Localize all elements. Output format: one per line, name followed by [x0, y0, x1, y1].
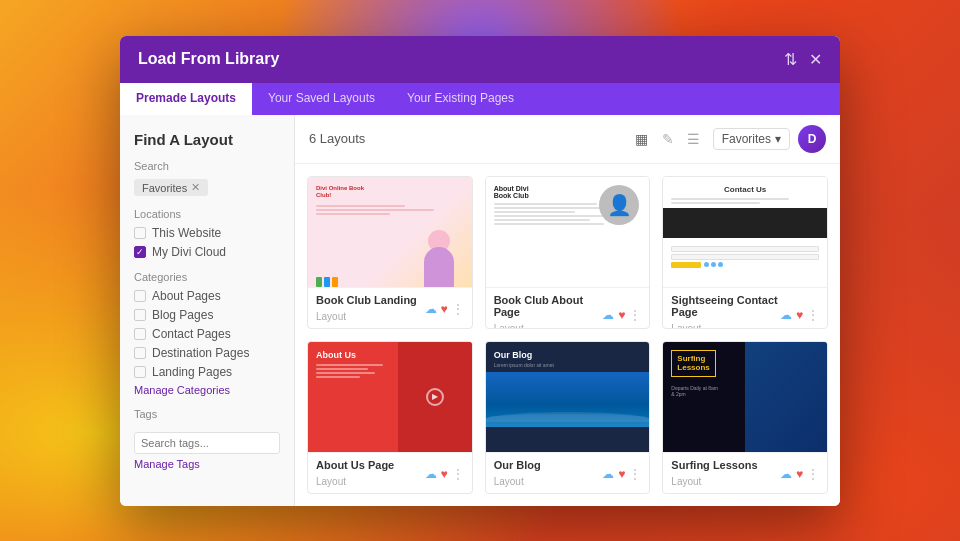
checkbox-blog-pages[interactable] — [134, 309, 146, 321]
modal-body: Find A Layout Search Favorites ✕ Locatio… — [120, 115, 840, 506]
heart-icon[interactable]: ♥ — [618, 467, 625, 481]
layout-card-footer: Our Blog Layout ☁ ♥ ⋮ — [486, 452, 650, 494]
close-icon[interactable]: ✕ — [809, 50, 822, 69]
location-this-website[interactable]: This Website — [134, 226, 280, 240]
heart-icon[interactable]: ♥ — [618, 308, 625, 322]
layout-thumb-sightseeing-contact: Contact Us — [663, 177, 827, 287]
cloud-icon[interactable]: ☁ — [425, 302, 437, 316]
grid-view-icon[interactable]: ▦ — [631, 128, 653, 150]
modal-header: Load From Library ⇅ ✕ — [120, 36, 840, 83]
checkbox-landing-pages[interactable] — [134, 366, 146, 378]
cloud-icon[interactable]: ☁ — [425, 467, 437, 481]
tab-premade-layouts[interactable]: Premade Layouts — [120, 83, 252, 115]
layout-card-book-club-about[interactable]: 👤 About DiviBook Club — [485, 176, 651, 329]
manage-categories-link[interactable]: Manage Categories — [134, 384, 280, 396]
category-about-pages[interactable]: About Pages — [134, 289, 280, 303]
card-actions: ☁ ♥ ⋮ — [425, 467, 464, 481]
card-actions: ☁ ♥ ⋮ — [602, 467, 641, 481]
tags-input[interactable] — [134, 432, 280, 454]
layouts-grid: Divi Online BookClub! — [295, 164, 840, 506]
more-icon[interactable]: ⋮ — [807, 467, 819, 481]
cloud-icon[interactable]: ☁ — [780, 308, 792, 322]
heart-icon[interactable]: ♥ — [441, 467, 448, 481]
card-actions: ☁ ♥ ⋮ — [425, 302, 464, 316]
more-icon[interactable]: ⋮ — [807, 308, 819, 322]
layout-card-book-club-landing[interactable]: Divi Online BookClub! — [307, 176, 473, 329]
category-landing-pages[interactable]: Landing Pages — [134, 365, 280, 379]
layout-card-footer: About Us Page Layout ☁ ♥ ⋮ — [308, 452, 472, 494]
main-toolbar: 6 Layouts ▦ ✎ ☰ Favorites ▾ D — [295, 115, 840, 164]
card-actions: ☁ ♥ ⋮ — [780, 467, 819, 481]
search-tag-remove[interactable]: ✕ — [191, 181, 200, 194]
checkbox-my-divi-cloud[interactable]: ✓ — [134, 246, 146, 258]
manage-tags-link[interactable]: Manage Tags — [134, 458, 280, 470]
tags-label: Tags — [134, 408, 280, 420]
layout-card-footer: Book Club Landing Layout ☁ ♥ ⋮ — [308, 287, 472, 329]
checkbox-this-website[interactable] — [134, 227, 146, 239]
cloud-icon[interactable]: ☁ — [602, 467, 614, 481]
modal-title: Load From Library — [138, 50, 279, 68]
list-view-icon[interactable]: ☰ — [683, 128, 705, 150]
more-icon[interactable]: ⋮ — [452, 302, 464, 316]
more-icon[interactable]: ⋮ — [452, 467, 464, 481]
more-icon[interactable]: ⋮ — [629, 308, 641, 322]
layout-card-sightseeing-contact[interactable]: Contact Us — [662, 176, 828, 329]
checkbox-destination-pages[interactable] — [134, 347, 146, 359]
layout-card-about-us[interactable]: About Us ▶ — [307, 341, 473, 494]
main-panel: 6 Layouts ▦ ✎ ☰ Favorites ▾ D — [295, 115, 840, 506]
settings-icon[interactable]: ⇅ — [784, 50, 797, 69]
categories-label: Categories — [134, 271, 280, 283]
cloud-icon[interactable]: ☁ — [602, 308, 614, 322]
layout-card-footer: Book Club About Page Layout ☁ ♥ ⋮ — [486, 287, 650, 329]
checkbox-about-pages[interactable] — [134, 290, 146, 302]
cloud-icon[interactable]: ☁ — [780, 467, 792, 481]
layout-thumb-about-us: About Us ▶ — [308, 342, 472, 452]
search-tag-favorites[interactable]: Favorites ✕ — [134, 179, 208, 196]
locations-label: Locations — [134, 208, 280, 220]
sort-dropdown[interactable]: Favorites ▾ — [713, 128, 790, 150]
category-destination-pages[interactable]: Destination Pages — [134, 346, 280, 360]
layout-thumb-book-club-landing: Divi Online BookClub! — [308, 177, 472, 287]
layouts-count: 6 Layouts — [309, 131, 365, 146]
more-icon[interactable]: ⋮ — [629, 467, 641, 481]
category-blog-pages[interactable]: Blog Pages — [134, 308, 280, 322]
modal-tabs: Premade Layouts Your Saved Layouts Your … — [120, 83, 840, 115]
layout-thumb-our-blog: Our Blog Lorem ipsum dolor sit amet — [486, 342, 650, 452]
tab-existing-pages[interactable]: Your Existing Pages — [391, 83, 530, 115]
toolbar-right: ▦ ✎ ☰ Favorites ▾ D — [631, 125, 826, 153]
card-actions: ☁ ♥ ⋮ — [780, 308, 819, 322]
category-contact-pages[interactable]: Contact Pages — [134, 327, 280, 341]
contact-us-text: Contact Us — [671, 185, 819, 194]
chevron-down-icon: ▾ — [775, 132, 781, 146]
view-icons: ▦ ✎ ☰ — [631, 128, 705, 150]
layout-card-footer: Surfing Lessons Layout ☁ ♥ ⋮ — [663, 452, 827, 494]
heart-icon[interactable]: ♥ — [796, 308, 803, 322]
search-label: Search — [134, 160, 280, 172]
checkbox-contact-pages[interactable] — [134, 328, 146, 340]
layout-card-surfing-lessons[interactable]: SurfingLessons Departs Daily at 8am& 2pm… — [662, 341, 828, 494]
location-my-divi-cloud[interactable]: ✓ My Divi Cloud — [134, 245, 280, 259]
sidebar-heading: Find A Layout — [134, 131, 280, 148]
modal: Load From Library ⇅ ✕ Premade Layouts Yo… — [120, 36, 840, 506]
modal-header-actions: ⇅ ✕ — [784, 50, 822, 69]
card-actions: ☁ ♥ ⋮ — [602, 308, 641, 322]
layout-thumb-surfing-lessons: SurfingLessons Departs Daily at 8am& 2pm — [663, 342, 827, 452]
tab-saved-layouts[interactable]: Your Saved Layouts — [252, 83, 391, 115]
sidebar: Find A Layout Search Favorites ✕ Locatio… — [120, 115, 295, 506]
layout-card-our-blog[interactable]: Our Blog Lorem ipsum dolor sit amet — [485, 341, 651, 494]
heart-icon[interactable]: ♥ — [441, 302, 448, 316]
user-avatar[interactable]: D — [798, 125, 826, 153]
heart-icon[interactable]: ♥ — [796, 467, 803, 481]
layout-thumb-book-club-about: 👤 About DiviBook Club — [486, 177, 650, 287]
layout-card-footer: Sightseeing Contact Page Layout ☁ ♥ ⋮ — [663, 287, 827, 329]
brush-view-icon[interactable]: ✎ — [657, 128, 679, 150]
